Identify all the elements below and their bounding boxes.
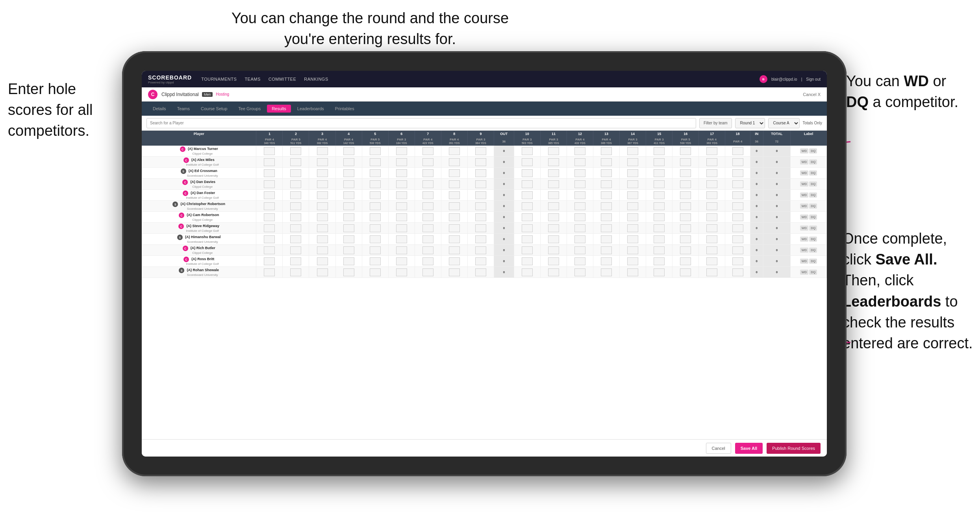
score-cell-h12[interactable] [567,223,593,234]
score-cell-h2[interactable] [283,223,309,234]
hole-input[interactable] [548,158,559,166]
score-cell-h5[interactable] [362,179,388,190]
score-cell-h2[interactable] [283,157,309,168]
score-cell-h13[interactable] [593,267,620,278]
hole-input[interactable] [475,213,486,221]
score-cell-h14[interactable] [620,223,646,234]
dq-button[interactable]: DQ [809,270,817,275]
dq-button[interactable]: DQ [809,226,817,231]
hole-input[interactable] [317,158,328,166]
hole-input[interactable] [548,224,559,232]
score-cell-h3[interactable] [309,267,335,278]
wd-button[interactable]: WD [800,226,808,231]
wd-button[interactable]: WD [800,248,808,253]
hole-input[interactable] [370,257,381,265]
hole-input[interactable] [475,268,486,276]
hole-input[interactable] [264,169,275,177]
score-cell-h10[interactable] [514,157,540,168]
hole-input[interactable] [574,158,585,166]
score-cell-h4[interactable] [335,234,362,245]
score-cell-h12[interactable] [567,212,593,223]
score-cell-h4[interactable] [335,256,362,267]
score-cell-h9[interactable] [467,223,494,234]
totals-only-toggle[interactable]: Totals Only [803,121,822,125]
score-cell-h13[interactable] [593,168,620,179]
wd-button[interactable]: WD [800,192,808,198]
hole-input[interactable] [522,213,533,221]
hole-input[interactable] [680,246,691,254]
score-cell-h18[interactable] [725,223,750,234]
hole-input[interactable] [317,147,328,155]
score-cell-h13[interactable] [593,212,620,223]
hole-input[interactable] [396,235,407,243]
score-cell-h13[interactable] [593,179,620,190]
hole-input[interactable] [654,213,665,221]
score-cell-h1[interactable] [256,267,283,278]
score-cell-h2[interactable] [283,179,309,190]
hole-input[interactable] [396,257,407,265]
hole-input[interactable] [264,213,275,221]
hole-input[interactable] [548,257,559,265]
score-cell-h13[interactable] [593,223,620,234]
hole-input[interactable] [706,158,717,166]
hole-input[interactable] [343,213,354,221]
score-cell-h14[interactable] [620,190,646,201]
score-cell-h6[interactable] [388,168,415,179]
hole-input[interactable] [370,224,381,232]
filter-by-team-btn[interactable]: Filter by team [699,118,732,128]
hole-input[interactable] [522,180,533,188]
hole-input[interactable] [264,158,275,166]
score-cell-h15[interactable] [646,201,672,212]
score-cell-h1[interactable] [256,234,283,245]
hole-input[interactable] [627,202,638,210]
hole-input[interactable] [475,191,486,199]
score-cell-h10[interactable] [514,267,540,278]
hole-input[interactable] [522,147,533,155]
score-cell-h9[interactable] [467,245,494,256]
hole-input[interactable] [449,202,460,210]
score-cell-h6[interactable] [388,190,415,201]
hole-input[interactable] [627,213,638,221]
hole-input[interactable] [264,235,275,243]
dq-button[interactable]: DQ [809,159,817,165]
cancel-tournament-btn[interactable]: Cancel X [803,92,821,97]
hole-input[interactable] [475,180,486,188]
wd-button[interactable]: WD [800,148,808,153]
hole-input[interactable] [601,246,612,254]
score-cell-h11[interactable] [540,146,567,157]
score-cell-h9[interactable] [467,234,494,245]
score-cell-h15[interactable] [646,212,672,223]
publish-button[interactable]: Publish Round Scores [767,443,821,454]
hole-input[interactable] [522,158,533,166]
hole-input[interactable] [654,158,665,166]
hole-input[interactable] [475,147,486,155]
score-cell-h12[interactable] [567,168,593,179]
score-cell-h11[interactable] [540,245,567,256]
score-cell-h12[interactable] [567,179,593,190]
score-cell-h1[interactable] [256,256,283,267]
hole-input[interactable] [680,224,691,232]
hole-input[interactable] [449,268,460,276]
hole-input[interactable] [290,202,301,210]
score-cell-h3[interactable] [309,168,335,179]
score-cell-h1[interactable] [256,157,283,168]
hole-input[interactable] [370,169,381,177]
score-cell-h11[interactable] [540,157,567,168]
score-cell-h1[interactable] [256,245,283,256]
hole-input[interactable] [396,158,407,166]
score-cell-h6[interactable] [388,234,415,245]
hole-input[interactable] [680,202,691,210]
score-cell-h18[interactable] [725,267,750,278]
hole-input[interactable] [422,257,433,265]
score-cell-h8[interactable] [441,168,467,179]
score-cell-h5[interactable] [362,212,388,223]
score-cell-h11[interactable] [540,168,567,179]
hole-input[interactable] [422,268,433,276]
hole-input[interactable] [574,147,585,155]
hole-input[interactable] [396,169,407,177]
hole-input[interactable] [370,246,381,254]
hole-input[interactable] [396,202,407,210]
score-cell-h1[interactable] [256,179,283,190]
score-cell-h13[interactable] [593,190,620,201]
score-cell-h6[interactable] [388,201,415,212]
